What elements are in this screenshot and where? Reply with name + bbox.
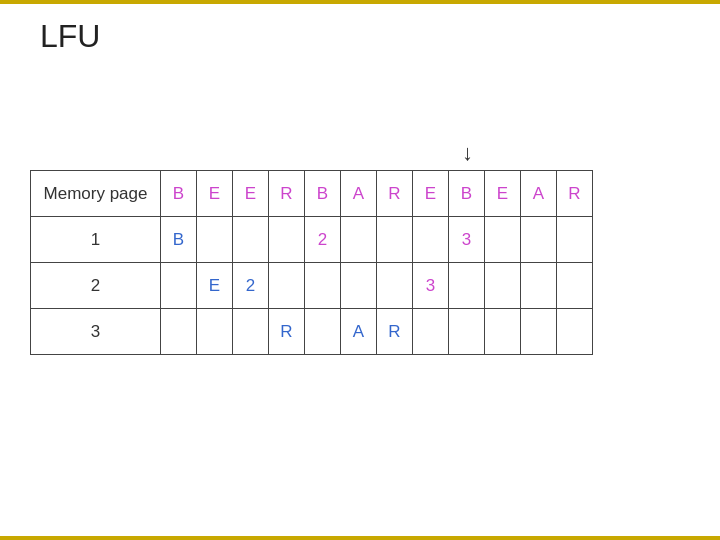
lfu-table-wrapper: Memory page B E E R B A R E B E A R	[30, 170, 593, 355]
row-1-col-7	[377, 217, 413, 263]
header-label: Memory page	[31, 171, 161, 217]
header-col-7: R	[377, 171, 413, 217]
row-3-col-2	[197, 309, 233, 355]
header-col-4: R	[269, 171, 305, 217]
row-2-col-12	[557, 263, 593, 309]
header-col-6: A	[341, 171, 377, 217]
table-header-row: Memory page B E E R B A R E B E A R	[31, 171, 593, 217]
row-3-col-8	[413, 309, 449, 355]
bottom-border	[0, 536, 720, 540]
table-row-1: 1 B 2 3	[31, 217, 593, 263]
row-1-col-12	[557, 217, 593, 263]
header-col-3: E	[233, 171, 269, 217]
row-1-col-3	[233, 217, 269, 263]
row-3-col-4: R	[269, 309, 305, 355]
row-3-col-5	[305, 309, 341, 355]
header-col-11: A	[521, 171, 557, 217]
row-2-col-1	[161, 263, 197, 309]
row-1-col-8	[413, 217, 449, 263]
row-3-col-7: R	[377, 309, 413, 355]
header-col-5: B	[305, 171, 341, 217]
row-2-col-6	[341, 263, 377, 309]
row-3-col-6: A	[341, 309, 377, 355]
row-2-label: 2	[31, 263, 161, 309]
row-2-col-3: 2	[233, 263, 269, 309]
row-1-col-9: 3	[449, 217, 485, 263]
row-3-col-10	[485, 309, 521, 355]
header-col-2: E	[197, 171, 233, 217]
row-3-col-3	[233, 309, 269, 355]
memory-table: Memory page B E E R B A R E B E A R	[30, 170, 593, 355]
top-border	[0, 0, 720, 4]
row-1-col-1: B	[161, 217, 197, 263]
header-col-8: E	[413, 171, 449, 217]
row-2-col-9	[449, 263, 485, 309]
header-col-10: E	[485, 171, 521, 217]
arrow-indicator: ↓	[462, 140, 473, 166]
row-1-col-6	[341, 217, 377, 263]
row-2-col-4	[269, 263, 305, 309]
row-2-col-5	[305, 263, 341, 309]
row-2-col-11	[521, 263, 557, 309]
page-title: LFU	[40, 18, 100, 55]
row-2-col-2: E	[197, 263, 233, 309]
row-1-col-5: 2	[305, 217, 341, 263]
row-1-col-11	[521, 217, 557, 263]
row-3-col-9	[449, 309, 485, 355]
row-3-col-11	[521, 309, 557, 355]
row-3-col-12	[557, 309, 593, 355]
row-3-label: 3	[31, 309, 161, 355]
row-1-label: 1	[31, 217, 161, 263]
row-2-col-7	[377, 263, 413, 309]
row-2-col-10	[485, 263, 521, 309]
table-row-2: 2 E 2 3	[31, 263, 593, 309]
header-col-9: B	[449, 171, 485, 217]
row-1-col-2	[197, 217, 233, 263]
header-col-1: B	[161, 171, 197, 217]
row-3-col-1	[161, 309, 197, 355]
header-col-12: R	[557, 171, 593, 217]
row-2-col-8: 3	[413, 263, 449, 309]
row-1-col-4	[269, 217, 305, 263]
table-row-3: 3 R A R	[31, 309, 593, 355]
row-1-col-10	[485, 217, 521, 263]
